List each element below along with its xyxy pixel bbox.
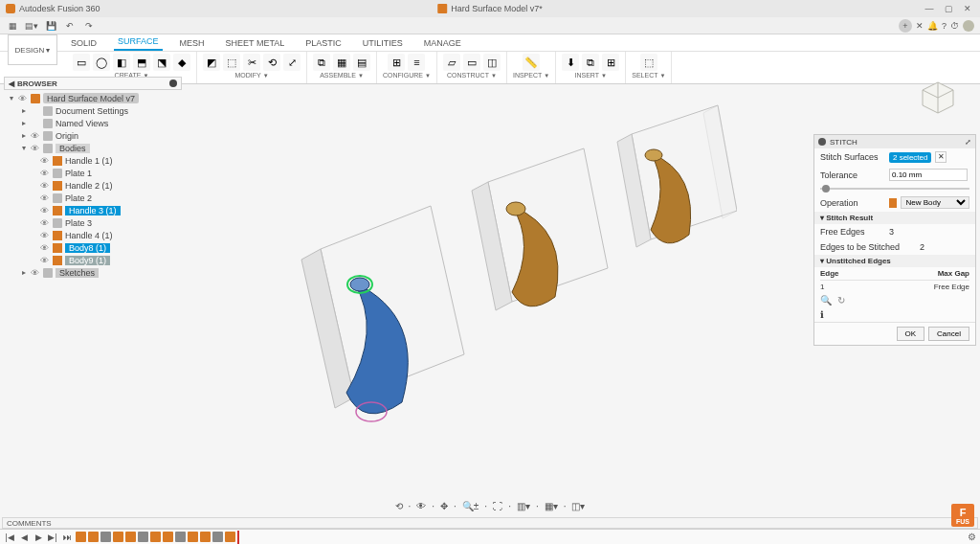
extensions-icon[interactable]: ✕ [916, 21, 924, 31]
timeline-end-button[interactable]: ⏭ [61, 533, 73, 542]
close-button[interactable]: ✕ [961, 4, 974, 13]
orbit-icon[interactable]: ⟲ [395, 501, 403, 511]
tool-icon[interactable]: ▭ [73, 54, 90, 71]
visibility-icon[interactable]: 👁 [40, 156, 50, 166]
look-icon[interactable]: 👁 [416, 501, 426, 511]
tree-node[interactable]: ▸👁Sketches [4, 266, 182, 279]
timeline-feature[interactable] [100, 532, 111, 542]
tool-icon[interactable]: ▦ [333, 54, 350, 71]
visibility-icon[interactable]: 👁 [40, 169, 50, 178]
tool-icon[interactable]: ◯ [93, 54, 110, 71]
group-label[interactable]: INSPECT ▼ [513, 72, 549, 79]
timeline-feature[interactable] [76, 532, 86, 542]
tool-icon[interactable]: ◧ [113, 54, 130, 71]
visibility-icon[interactable]: 👁 [40, 218, 50, 228]
visibility-icon[interactable]: 👁 [40, 256, 50, 265]
tool-icon[interactable]: ⧉ [582, 54, 599, 71]
zoom-edge-icon[interactable]: 🔍 [820, 295, 832, 306]
tool-icon[interactable]: ⬒ [133, 54, 150, 71]
result-section[interactable]: ▾ Stitch Result [814, 212, 975, 224]
timeline-feature[interactable] [88, 532, 99, 542]
timeline-feature[interactable] [188, 532, 198, 542]
new-tab-button[interactable]: + [899, 19, 912, 33]
visibility-icon[interactable]: 👁 [31, 144, 40, 153]
tree-node[interactable]: 👁Handle 3 (1) [4, 204, 182, 216]
selection-badge[interactable]: 2 selected [889, 152, 931, 163]
browser-header[interactable]: ◀ BROWSER [4, 77, 182, 90]
info-icon[interactable]: ℹ [814, 307, 975, 322]
group-label[interactable]: CONFIGURE ▼ [383, 72, 431, 79]
tree-node[interactable]: ▸Document Settings [4, 104, 182, 117]
tab-plastic[interactable]: PLASTIC [301, 35, 345, 51]
dialog-pin-icon[interactable]: ⤢ [965, 138, 971, 147]
visibility-icon[interactable]: 👁 [40, 206, 50, 215]
timeline-feature[interactable] [200, 532, 211, 542]
tree-node[interactable]: 👁Body8 (1) [4, 241, 182, 254]
unstitched-section[interactable]: ▾ Unstitched Edges [814, 255, 975, 267]
tree-node[interactable]: 👁Handle 2 (1) [4, 179, 182, 192]
tolerance-input[interactable] [889, 169, 968, 181]
tree-node[interactable]: 👁Handle 4 (1) [4, 229, 182, 241]
ok-button[interactable]: OK [897, 327, 925, 341]
visibility-icon[interactable]: 👁 [31, 131, 40, 141]
group-label[interactable]: SELECT ▼ [632, 72, 665, 79]
zoom-icon[interactable]: 🔍± [462, 501, 479, 511]
group-label[interactable]: ASSEMBLE ▼ [320, 72, 364, 79]
visibility-icon[interactable]: 👁 [40, 243, 50, 253]
group-label[interactable]: CONSTRUCT ▼ [447, 72, 497, 79]
fit-icon[interactable]: ⛶ [493, 501, 502, 511]
tool-icon[interactable]: ⊞ [388, 54, 405, 71]
notifications-icon[interactable]: 🔔 [927, 21, 938, 31]
tree-node[interactable]: ▾👁Bodies [4, 142, 182, 154]
dialog-settings-icon[interactable] [818, 138, 826, 146]
tab-manage[interactable]: MANAGE [420, 35, 465, 51]
save-icon[interactable]: 💾 [44, 20, 57, 32]
tool-icon[interactable]: ◆ [173, 54, 190, 71]
redo-icon[interactable]: ↷ [82, 20, 96, 32]
browser-settings-icon[interactable] [169, 79, 177, 87]
tool-icon[interactable]: ⬔ [153, 54, 170, 71]
minimize-button[interactable]: — [923, 4, 936, 13]
clear-selection-button[interactable]: ✕ [935, 151, 947, 163]
grid-icon[interactable]: ▦▾ [545, 501, 558, 511]
workspace-switcher[interactable]: DESIGN ▾ [8, 34, 57, 65]
viewport-icon[interactable]: ◫▾ [571, 501, 585, 511]
job-status-icon[interactable]: ⏱ [950, 21, 959, 31]
timeline-feature[interactable] [163, 532, 173, 542]
tool-icon[interactable]: ⬚ [223, 54, 240, 71]
tree-node[interactable]: 👁Plate 2 [4, 192, 182, 204]
tool-icon[interactable]: ⬇ [562, 54, 579, 71]
user-avatar[interactable] [963, 20, 974, 32]
tool-icon[interactable]: ▱ [443, 54, 460, 71]
help-icon[interactable]: ? [942, 21, 947, 31]
visibility-icon[interactable]: 👁 [40, 181, 50, 191]
display-icon[interactable]: ▥▾ [517, 501, 530, 511]
group-label[interactable]: MODIFY ▼ [234, 72, 268, 79]
pan-icon[interactable]: ✥ [440, 501, 448, 511]
tool-icon[interactable]: ▤ [353, 54, 370, 71]
table-row[interactable]: 1Free Edge [820, 281, 969, 291]
visibility-icon[interactable]: 👁 [31, 268, 40, 278]
tool-icon[interactable]: ▭ [463, 54, 480, 71]
timeline-feature[interactable] [138, 532, 148, 542]
timeline-settings-icon[interactable]: ⚙ [968, 532, 976, 542]
operation-select[interactable]: New Body [901, 196, 969, 209]
timeline-marker[interactable] [237, 531, 239, 544]
timeline-forward-button[interactable]: ▶| [47, 533, 58, 542]
timeline-feature[interactable] [125, 532, 136, 542]
tree-node[interactable]: 👁Body9 (1) [4, 254, 182, 266]
visibility-icon[interactable]: 👁 [40, 231, 50, 240]
cancel-button[interactable]: Cancel [928, 327, 969, 341]
view-cube[interactable] [919, 79, 957, 117]
tree-node[interactable]: 👁Plate 1 [4, 167, 182, 179]
tool-icon[interactable]: ⊞ [602, 54, 619, 71]
undo-icon[interactable]: ↶ [63, 20, 77, 32]
file-menu-icon[interactable]: ▦ [6, 20, 19, 32]
tree-node[interactable]: ▸👁Origin [4, 129, 182, 142]
timeline-feature[interactable] [150, 532, 161, 542]
timeline-start-button[interactable]: |◀ [4, 533, 15, 542]
tool-icon[interactable]: ≡ [408, 54, 425, 71]
tool-icon[interactable]: ✂ [243, 54, 260, 71]
tool-icon[interactable]: ⤢ [283, 54, 301, 71]
timeline-back-button[interactable]: ◀ [18, 533, 30, 542]
